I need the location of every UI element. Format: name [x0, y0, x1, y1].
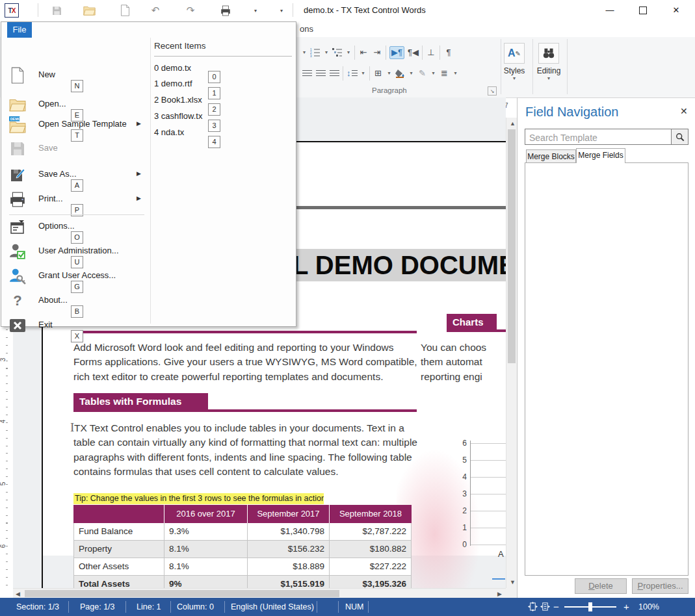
- recent-item[interactable]: 3 cashflow.tx: [154, 111, 202, 121]
- horizontal-scroll-thumb[interactable]: [25, 590, 339, 597]
- table-row-label: Other Assets: [73, 558, 164, 576]
- keytip-badge: X: [71, 330, 83, 342]
- line-style-caret-icon[interactable]: ▾: [453, 68, 458, 79]
- scroll-right-icon[interactable]: ▶: [497, 591, 502, 597]
- status-column[interactable]: Column: 0: [177, 602, 214, 611]
- tab-merge-fields[interactable]: Merge Fields: [576, 148, 625, 163]
- table-cell: $3,195.326: [330, 576, 412, 588]
- vertical-scrollbar[interactable]: ▲ ▼: [506, 118, 517, 588]
- vertical-scroll-thumb[interactable]: [508, 129, 516, 363]
- scroll-up-icon[interactable]: ▲: [510, 120, 516, 127]
- menu-item-save-as[interactable]: Save As... A ▶: [7, 166, 146, 192]
- zoom-in-icon[interactable]: +: [623, 601, 629, 612]
- status-language[interactable]: English (United States): [231, 602, 314, 611]
- demo-folder-icon: DEMO: [9, 116, 26, 133]
- body-line: paragraphs with different fonts, indents…: [73, 450, 412, 465]
- increase-indent-icon[interactable]: ⇥: [372, 47, 382, 58]
- table-cell: $180.882: [330, 541, 412, 558]
- ribbon-row-2: ↕ ▾ ⊞ ▾ ▾ ✎ ▾ ≣ ▾: [302, 66, 458, 81]
- horizontal-scrollbar[interactable]: ◀ ▶: [13, 588, 506, 598]
- status-separator: [368, 601, 369, 613]
- multilevel-list-icon[interactable]: [332, 47, 343, 58]
- line-style-icon[interactable]: ≣: [439, 68, 450, 79]
- right-to-left-icon[interactable]: ¶◀: [408, 47, 419, 58]
- scroll-down-icon[interactable]: ▼: [510, 579, 516, 585]
- formulas-table[interactable]: 2016 over 2017 September 2017 September …: [73, 505, 412, 588]
- ribbon-tab-fragment[interactable]: ons: [300, 24, 313, 34]
- line-spacing-caret-icon[interactable]: ▾: [361, 68, 366, 79]
- recent-item[interactable]: 4 nda.tx: [154, 127, 184, 137]
- delete-button[interactable]: Delete: [575, 578, 627, 594]
- recent-item[interactable]: 2 Book1.xlsx: [154, 95, 202, 105]
- menu-item-user-administration[interactable]: User Administration... U: [7, 243, 146, 269]
- properties-button[interactable]: Properties...: [632, 578, 688, 594]
- multilevel-list-caret-icon[interactable]: ▾: [346, 47, 351, 58]
- menu-item-open-sample-template[interactable]: DEMO Open Sample Template T ▶: [7, 116, 146, 142]
- editing-label: Editing: [534, 66, 563, 75]
- merge-fields-list[interactable]: [525, 162, 688, 576]
- file-tab[interactable]: File: [7, 22, 32, 38]
- zoom-out-icon[interactable]: −: [553, 601, 559, 612]
- print-icon[interactable]: [218, 4, 233, 17]
- status-section[interactable]: Section: 1/3: [16, 602, 59, 611]
- ribbon-separator: [369, 66, 370, 81]
- align-right-icon[interactable]: [315, 68, 326, 79]
- recent-item[interactable]: 1 demo.rtf: [154, 79, 192, 88]
- menu-item-new[interactable]: New N: [7, 67, 146, 93]
- minimize-button[interactable]: —: [595, 0, 625, 20]
- borders-icon[interactable]: ⊞: [373, 68, 384, 79]
- search-input[interactable]: [528, 131, 670, 144]
- border-pen-icon[interactable]: ✎: [417, 68, 428, 79]
- menu-item-exit[interactable]: Exit X: [7, 317, 146, 343]
- svg-text:3: 3: [310, 55, 312, 57]
- menu-item-label: User Administration...: [38, 246, 119, 255]
- status-page[interactable]: Page: 1/3: [80, 602, 115, 611]
- decrease-indent-icon[interactable]: ⇤: [358, 47, 369, 58]
- line-spacing-icon[interactable]: ↕: [347, 68, 358, 79]
- redo-icon[interactable]: ↷: [183, 4, 198, 17]
- border-pen-caret-icon[interactable]: ▾: [431, 68, 436, 79]
- menu-item-options[interactable]: Options... O: [7, 218, 146, 244]
- paragraph-dialog-launcher-icon[interactable]: ↘: [488, 86, 497, 96]
- menu-item-about[interactable]: ? About... B: [7, 292, 146, 318]
- editing-button[interactable]: Editing ▾: [534, 43, 563, 81]
- close-button[interactable]: ✕: [661, 0, 691, 20]
- shading-icon[interactable]: [395, 68, 406, 79]
- numbered-list-icon[interactable]: 123: [310, 47, 321, 58]
- save-as-icon: [9, 166, 26, 183]
- ruler-number: 3: [0, 358, 7, 362]
- table-cell: 9%: [164, 576, 248, 588]
- left-to-right-icon[interactable]: ▶¶: [389, 46, 404, 59]
- open-icon[interactable]: [82, 4, 96, 17]
- menu-item-print[interactable]: Print... P ▶: [7, 191, 146, 217]
- status-separator: [224, 601, 225, 613]
- maximize-button[interactable]: [628, 0, 658, 20]
- fit-width-icon[interactable]: [540, 602, 550, 613]
- scroll-left-icon[interactable]: ◀: [16, 591, 20, 597]
- dropdown-caret-icon[interactable]: ▾: [302, 47, 307, 58]
- menu-item-grant-user-access[interactable]: Grant User Access... G: [7, 268, 146, 294]
- align-center-icon[interactable]: [302, 68, 312, 79]
- save-icon[interactable]: [49, 4, 64, 17]
- undo-icon[interactable]: ↶: [148, 4, 163, 17]
- status-line[interactable]: Line: 1: [137, 602, 161, 611]
- shading-caret-icon[interactable]: ▾: [409, 68, 414, 79]
- qat-customize-icon[interactable]: ▾: [274, 4, 289, 17]
- borders-caret-icon[interactable]: ▾: [387, 68, 392, 79]
- justify-icon[interactable]: [329, 68, 339, 79]
- formatting-marks-icon[interactable]: ¶: [443, 47, 454, 58]
- chart-gridline: [471, 477, 506, 478]
- zoom-slider-thumb[interactable]: [588, 602, 592, 611]
- numbered-list-caret-icon[interactable]: ▾: [324, 47, 329, 58]
- recent-item[interactable]: 0 demo.tx: [154, 63, 191, 73]
- panel-close-icon[interactable]: ✕: [680, 106, 688, 116]
- ribbon-separator: [422, 45, 423, 60]
- new-document-icon[interactable]: [118, 4, 132, 17]
- print-dropdown-icon[interactable]: ▾: [248, 4, 263, 17]
- baseline-alignment-icon[interactable]: ⊥: [426, 47, 436, 58]
- tab-merge-blocks[interactable]: Merge Blocks: [526, 149, 576, 163]
- styles-button[interactable]: A✎ Styles ▾: [500, 43, 529, 81]
- headline-text: L DEMO DOCUMEN: [293, 249, 506, 281]
- search-button[interactable]: [671, 129, 688, 144]
- fit-page-icon[interactable]: [528, 602, 538, 613]
